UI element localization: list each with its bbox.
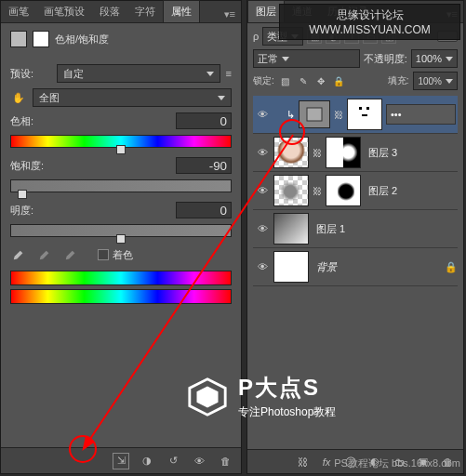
logo-subtitle: 专注Photoshop教程	[238, 404, 336, 420]
saturation-label: 饱和度:	[10, 159, 44, 173]
mask-link-icon[interactable]: ⛓	[334, 110, 343, 120]
tab-brush-presets[interactable]: 画笔预设	[36, 1, 92, 22]
adjustment-title: 色相/饱和度	[55, 33, 109, 46]
saturation-slider-thumb[interactable]	[18, 190, 27, 199]
opacity-input[interactable]: 100%	[411, 49, 458, 68]
preset-dropdown[interactable]: 自定	[57, 64, 220, 83]
layer-name[interactable]: 背景	[313, 260, 441, 274]
eyedropper-add-icon[interactable]	[36, 246, 53, 263]
panel-menu-icon[interactable]: ▾≡	[219, 7, 241, 22]
chevron-down-icon	[218, 96, 225, 100]
channel-value: 全图	[39, 91, 60, 105]
tab-character[interactable]: 字符	[127, 1, 163, 22]
tab-paragraph[interactable]: 段落	[92, 1, 127, 22]
adjustment-thumb[interactable]	[299, 100, 330, 128]
hue-label: 色相:	[10, 114, 33, 128]
lightness-slider[interactable]	[10, 224, 232, 237]
hue-sat-icon	[10, 31, 27, 47]
fx-icon[interactable]: fx	[318, 454, 335, 470]
chevron-down-icon	[446, 79, 453, 84]
visibility-toggle[interactable]: 👁	[255, 183, 270, 198]
layer-name[interactable]: •••	[386, 104, 456, 125]
visibility-toggle[interactable]: 👁	[255, 259, 270, 274]
mask-link-icon[interactable]: ⛓	[313, 186, 322, 196]
layer-thumb[interactable]	[273, 175, 309, 206]
fill-input[interactable]: 100%	[413, 72, 458, 90]
reset-icon[interactable]: ↺	[165, 453, 181, 469]
saturation-slider[interactable]	[10, 179, 232, 192]
layer-mask-thumb[interactable]	[326, 137, 361, 168]
logo-title: P大点S	[238, 373, 336, 403]
preset-menu-icon[interactable]: ≡	[226, 68, 232, 79]
layer-row-background[interactable]: 👁 背景 🔒	[253, 248, 458, 286]
lightness-label: 明度:	[10, 204, 33, 218]
hue-spectrum-bottom	[10, 289, 232, 304]
lock-transparency-icon[interactable]: ▧	[279, 74, 292, 87]
layer-thumb[interactable]	[273, 213, 309, 245]
lock-indicator-icon: 🔒	[445, 261, 456, 272]
layer-thumb[interactable]	[273, 137, 309, 168]
layer-name[interactable]: 图层 3	[365, 146, 456, 160]
clip-to-layer-icon[interactable]: ⇲	[113, 453, 129, 469]
layer-mask-thumb[interactable]	[347, 99, 382, 130]
fill-value: 100%	[418, 76, 442, 86]
chevron-down-icon	[282, 57, 289, 61]
layer-name[interactable]: 图层 1	[313, 222, 456, 236]
properties-bottom-bar: ⇲ ◑ ↺ 👁 🗑	[1, 447, 241, 473]
properties-tabbar: 画笔 画笔预设 段落 字符 属性 ▾≡	[1, 1, 241, 23]
lightness-slider-thumb[interactable]	[116, 234, 126, 244]
svg-marker-3	[197, 386, 219, 407]
eyedropper-subtract-icon[interactable]	[62, 246, 79, 263]
watermark-bottom: PS教程论坛 bbs.16xx8.com	[334, 456, 460, 470]
colorize-checkbox[interactable]: 着色	[98, 248, 133, 262]
visibility-toggle[interactable]: 👁	[255, 145, 270, 160]
layer-adjustment-hue-sat[interactable]: 👁 ↳ ⛓ •••	[253, 96, 458, 134]
layer-row[interactable]: 👁 ⛓ 图层 3	[253, 134, 458, 172]
logo-watermark: P大点S 专注Photoshop教程	[186, 373, 336, 420]
prev-state-icon[interactable]: ◑	[139, 453, 155, 469]
watermark-top: 思缘设计论坛 WWW.MISSYUAN.COM	[279, 4, 460, 40]
tab-brush[interactable]: 画笔	[1, 1, 36, 22]
mask-icon[interactable]	[33, 31, 49, 47]
eyedropper-icon[interactable]	[10, 246, 27, 263]
clip-indicator-icon: ↳	[286, 109, 295, 121]
tab-properties[interactable]: 属性	[163, 0, 200, 22]
hue-slider[interactable]	[10, 135, 232, 148]
channel-dropdown[interactable]: 全图	[33, 88, 232, 107]
mask-link-icon[interactable]: ⛓	[313, 148, 322, 158]
lock-all-icon[interactable]: 🔒	[332, 74, 345, 87]
adjustment-header: 色相/饱和度	[1, 23, 241, 55]
colorize-label: 着色	[113, 248, 133, 262]
hue-slider-thumb[interactable]	[116, 145, 126, 154]
blend-mode-dropdown[interactable]: 正常	[253, 49, 360, 68]
preset-label: 预设:	[10, 67, 51, 81]
hue-input[interactable]	[176, 112, 232, 129]
preset-value: 自定	[63, 67, 84, 81]
visibility-toggle[interactable]: 👁	[255, 221, 270, 236]
visibility-toggle[interactable]: 👁	[255, 107, 270, 122]
link-layers-icon[interactable]: ⛓	[294, 454, 311, 470]
chevron-down-icon	[206, 72, 214, 76]
fill-label: 填充:	[388, 74, 409, 87]
logo-icon	[186, 376, 229, 418]
opacity-label: 不透明度:	[364, 52, 407, 66]
lock-position-icon[interactable]: ✥	[314, 74, 327, 87]
chevron-down-icon	[446, 57, 453, 61]
blend-mode-value: 正常	[258, 52, 278, 66]
toggle-visibility-icon[interactable]: 👁	[191, 453, 207, 469]
layer-name[interactable]: 图层 2	[365, 184, 456, 198]
layer-thumb[interactable]	[273, 251, 309, 283]
svg-rect-0	[307, 108, 322, 121]
saturation-input[interactable]	[176, 157, 232, 174]
delete-adjustment-icon[interactable]: 🗑	[217, 453, 233, 469]
lock-pixels-icon[interactable]: ✎	[297, 74, 310, 87]
layer-row[interactable]: 👁 图层 1	[253, 210, 458, 248]
layer-mask-thumb[interactable]	[326, 175, 361, 206]
lightness-input[interactable]	[176, 202, 232, 218]
lock-label: 锁定:	[253, 74, 274, 87]
layer-row[interactable]: 👁 ⛓ 图层 2	[253, 172, 458, 210]
targeted-adjustment-icon[interactable]: ✋	[10, 89, 27, 106]
opacity-value: 100%	[416, 53, 442, 64]
hue-spectrum-top	[10, 271, 232, 285]
